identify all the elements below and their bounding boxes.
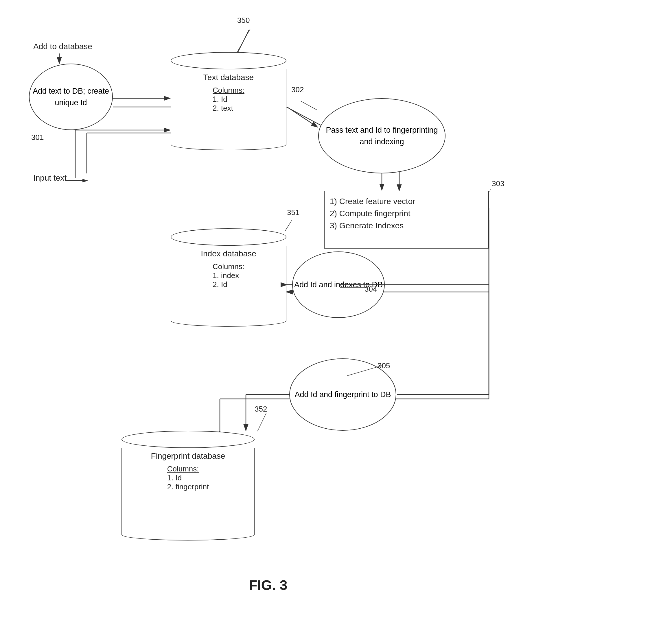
create-rect: 1) Create feature vector 2) Compute fing… <box>324 191 489 249</box>
index-db-title: Index database <box>201 248 256 259</box>
ref-303: 303 <box>492 179 504 188</box>
svg-marker-17 <box>83 179 88 182</box>
figure-caption: FIG. 3 <box>249 577 287 593</box>
add-text-oval: Add text to DB; create unique Id <box>29 64 113 130</box>
text-db-columns: Columns: 1. Id 2. text <box>213 86 245 113</box>
svg-line-36 <box>237 29 250 52</box>
ref-302: 302 <box>291 85 304 94</box>
ref-305: 305 <box>378 361 390 370</box>
ref-351: 351 <box>287 208 299 217</box>
text-db-title: Text database <box>203 72 254 83</box>
svg-line-15 <box>237 30 249 54</box>
svg-line-25 <box>301 101 317 110</box>
svg-line-38 <box>257 413 266 431</box>
ref-301: 301 <box>31 133 44 142</box>
ref-352: 352 <box>255 405 267 414</box>
add-to-database-label: Add to database <box>33 42 92 51</box>
svg-line-24 <box>287 107 318 127</box>
diagram: 350 Text database Columns: 1. Id 2. text… <box>0 0 672 622</box>
create-rect-text: 1) Create feature vector 2) Compute fing… <box>330 196 415 232</box>
fingerprint-db-title: Fingerprint database <box>151 450 225 461</box>
index-database-cylinder: Index database Columns: 1. index 2. Id <box>171 228 286 326</box>
index-db-columns: Columns: 1. index 2. Id <box>213 262 245 289</box>
fingerprint-database-cylinder: Fingerprint database Columns: 1. Id 2. f… <box>122 431 255 541</box>
pass-text-oval: Pass text and Id to fingerprinting and i… <box>318 98 446 173</box>
text-database-cylinder: Text database Columns: 1. Id 2. text <box>171 52 286 150</box>
fingerprint-db-columns: Columns: 1. Id 2. fingerprint <box>167 464 209 491</box>
input-text-label: Input text <box>33 173 67 183</box>
ref-304: 304 <box>364 285 377 293</box>
svg-line-39 <box>490 189 490 192</box>
ref-350: 350 <box>237 16 250 25</box>
